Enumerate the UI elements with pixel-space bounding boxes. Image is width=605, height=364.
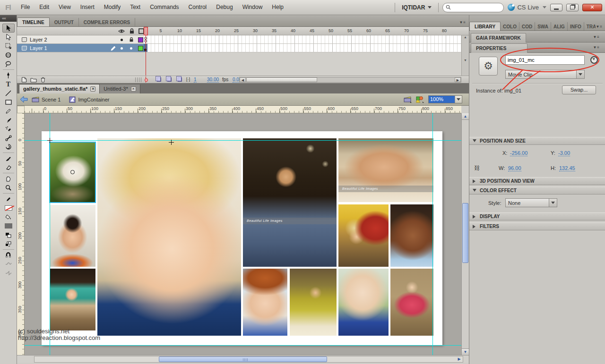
photo-girl-portrait-dark[interactable] — [390, 204, 433, 267]
gaia-framework-panel-header[interactable]: GAIA FRAMEWORK ▼≡ — [469, 32, 605, 42]
menu-text[interactable]: Text — [125, 0, 145, 15]
properties-title[interactable]: PROPERTIES — [471, 43, 527, 53]
panel-menu-icon[interactable]: ▼≡ — [593, 45, 600, 50]
deco-tool[interactable] — [2, 143, 15, 152]
layer1-color-swatch[interactable] — [138, 46, 143, 51]
guide-horizontal-top[interactable] — [25, 140, 469, 141]
lasso-tool[interactable] — [2, 59, 15, 68]
tab-cod[interactable]: COD — [519, 22, 535, 31]
menu-window[interactable]: Window — [238, 0, 268, 15]
stroke-color-pencil-icon[interactable] — [2, 195, 15, 203]
layer2-color-swatch[interactable] — [138, 37, 143, 42]
fill-color-swatch[interactable] — [2, 221, 15, 230]
edit-badge-icon[interactable] — [590, 56, 598, 64]
fill-color-bucket-icon[interactable] — [2, 212, 15, 221]
swap-button[interactable]: Swap... — [562, 85, 596, 94]
section-filters[interactable]: FILTERS — [469, 222, 605, 230]
link-width-height-icon[interactable]: ⛓ — [474, 165, 480, 171]
doc-tab-gallery[interactable]: gallery_thumbs_static.fla* × — [19, 84, 100, 93]
close-icon[interactable]: × — [131, 86, 136, 92]
photo-mom-and-boy[interactable] — [338, 204, 389, 267]
menu-control[interactable]: Control — [184, 0, 212, 15]
layer-row-1[interactable]: Layer 1 — [17, 44, 469, 52]
panel-menu-icon[interactable]: ▼≡ — [593, 35, 600, 39]
ruler-corner[interactable] — [17, 106, 25, 113]
tab-compiler-errors[interactable]: COMPILER ERRORS — [79, 18, 135, 26]
gaia-framework-title[interactable]: GAIA FRAMEWORK — [471, 33, 526, 42]
eyedropper-tool[interactable] — [2, 154, 15, 163]
guide-vertical-right[interactable] — [432, 113, 433, 355]
menu-debug[interactable]: Debug — [211, 0, 237, 15]
line-tool[interactable] — [2, 89, 15, 98]
menu-help[interactable]: Help — [267, 0, 288, 15]
search-input[interactable] — [453, 5, 500, 10]
zoom-tool[interactable] — [2, 183, 15, 192]
layer2-visible-dot[interactable] — [121, 39, 123, 41]
new-layer-button[interactable] — [21, 77, 27, 83]
layer1-frames[interactable] — [144, 44, 461, 52]
layer1-visible-dot[interactable] — [121, 47, 123, 50]
swap-colors-icon[interactable] — [2, 239, 15, 248]
frame-rate-value[interactable]: 30.00 — [207, 77, 219, 83]
menu-modify[interactable]: Modify — [99, 0, 125, 15]
menu-view[interactable]: View — [54, 0, 76, 15]
scroll-up-arrow[interactable]: ▲ — [462, 113, 469, 120]
symbol-type-dropdown[interactable]: Movie Clip — [505, 70, 585, 79]
properties-panel-header[interactable]: PROPERTIES ▼≡ — [469, 42, 605, 53]
current-frame-value[interactable]: 1 — [194, 77, 197, 83]
onion-skin-button[interactable] — [167, 77, 172, 82]
section-3d-position-and-view[interactable]: 3D POSITION AND VIEW — [469, 177, 605, 185]
tab-output[interactable]: OUTPUT — [50, 18, 79, 26]
scroll-right-arrow[interactable]: ▶ — [456, 356, 462, 362]
spray-brush-tool[interactable] — [2, 125, 15, 134]
scroll-down-arrow[interactable]: ▼ — [462, 348, 469, 355]
elapsed-time-value[interactable]: 0.0 — [233, 77, 239, 83]
scrollbar-thumb[interactable] — [246, 77, 317, 82]
snap-to-objects-magnet-icon[interactable] — [2, 251, 15, 260]
cs-live-button[interactable]: CS Live — [508, 4, 539, 11]
scroll-left-arrow[interactable]: ◀ — [240, 77, 246, 82]
scroll-right-arrow[interactable]: ▶ — [455, 77, 461, 82]
free-transform-tool[interactable] — [2, 42, 15, 51]
close-button[interactable]: ✕ — [582, 4, 602, 11]
photo-red-haired-boy[interactable] — [243, 269, 287, 336]
tab-alig[interactable]: ALIG — [551, 22, 568, 31]
photo-teen-boy-denim[interactable]: Beautiful Life Images — [243, 138, 337, 267]
timeline-horizontal-scrollbar[interactable]: ◀ ▶ — [239, 77, 461, 83]
tab-tran[interactable]: TRAN — [584, 22, 596, 31]
menu-commands[interactable]: Commands — [145, 0, 183, 15]
tab-timeline[interactable]: TIMELINE — [17, 17, 50, 26]
guide-vertical-left[interactable] — [50, 113, 50, 355]
minimize-button[interactable] — [550, 4, 562, 11]
close-icon[interactable]: × — [90, 86, 95, 92]
tab-colo[interactable]: COLO — [501, 22, 519, 31]
subselection-tool[interactable] — [2, 33, 15, 42]
playhead[interactable] — [144, 27, 148, 35]
text-tool[interactable]: T — [2, 80, 15, 89]
edit-scene-button[interactable] — [404, 96, 412, 103]
layer1-unlocked-dot[interactable] — [130, 47, 132, 50]
smooth-icon[interactable] — [2, 260, 15, 269]
back-arrow-button[interactable] — [20, 96, 28, 103]
3d-rotation-tool[interactable] — [2, 51, 15, 59]
edit-multiple-frames-button[interactable]: [·] — [186, 77, 190, 82]
section-position-and-size[interactable]: POSITION AND SIZE — [469, 137, 605, 145]
straighten-icon[interactable] — [2, 269, 15, 278]
workspace-switcher[interactable]: IQTIDAR — [399, 3, 434, 12]
x-value[interactable]: -256.00 — [510, 150, 527, 156]
black-white-swatches-icon[interactable] — [2, 230, 15, 239]
bone-tool[interactable] — [2, 134, 15, 143]
layer2-name[interactable]: Layer 2 — [30, 37, 47, 42]
chevron-down-icon[interactable] — [543, 6, 546, 8]
photo-bald-baby-blue-eyes[interactable] — [338, 269, 389, 336]
timeline-vertical-scrollbar[interactable]: ▲▼ — [461, 35, 469, 76]
show-hide-layers-eye-icon[interactable] — [118, 28, 125, 34]
breadcrumb-symbol[interactable]: ImgContainer — [69, 96, 109, 103]
menu-edit[interactable]: Edit — [35, 0, 54, 15]
pane-divider-grip[interactable] — [135, 77, 142, 82]
edit-symbols-button[interactable] — [416, 96, 424, 103]
horizontal-scrollbar[interactable]: ◀ ▶ — [17, 355, 469, 363]
layer2-frames[interactable] — [144, 35, 461, 44]
section-display[interactable]: DISPLAY — [469, 212, 605, 220]
photo-baby-girl-pink[interactable] — [390, 269, 433, 336]
